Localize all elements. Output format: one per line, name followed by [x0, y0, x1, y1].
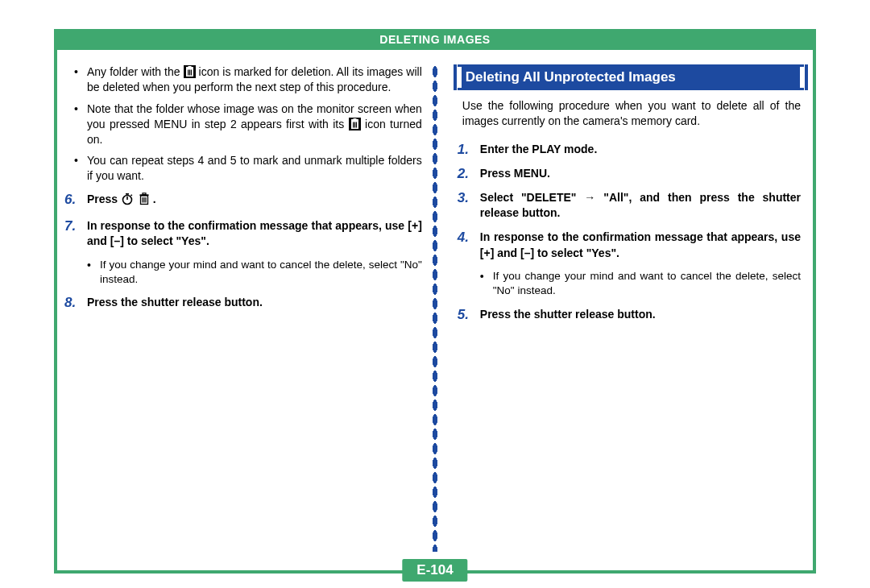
step-number: 1. [458, 142, 480, 158]
svg-rect-9 [353, 122, 354, 127]
step-item: 3. Select "DELETE" → "All", and then pre… [458, 190, 801, 222]
step-item: 5. Press the shutter release button. [458, 307, 801, 323]
svg-rect-3 [188, 70, 189, 76]
svg-rect-2 [188, 70, 188, 76]
svg-line-18 [131, 195, 132, 196]
step-text: In response to the confirmation message … [87, 218, 422, 250]
svg-rect-13 [353, 118, 356, 120]
bullet-text: Any folder with the [87, 65, 184, 78]
step-text: Press the shutter release button. [87, 295, 422, 311]
step-number: 6. [64, 192, 87, 210]
step-text: In response to the confirmation message … [480, 230, 801, 261]
trash-icon [349, 118, 361, 130]
step-number: 5. [458, 307, 480, 323]
svg-rect-10 [354, 122, 355, 127]
step-item: 6. Press . [64, 192, 422, 210]
step-text: Press the shutter release button. [480, 307, 801, 323]
page-number: E-104 [402, 559, 467, 582]
sub-bullet-list: If you change your mind and want to canc… [100, 258, 422, 287]
list-item: Note that the folder whose image was on … [87, 101, 422, 147]
step-number: 4. [458, 230, 480, 261]
svg-rect-6 [188, 66, 191, 68]
step-text: Select "DELETE" → "All", and then press … [480, 190, 801, 222]
svg-rect-11 [355, 122, 356, 127]
step-item: 4. In response to the confirmation messa… [458, 230, 801, 261]
step-text: Press MENU. [480, 166, 801, 182]
step-number: 8. [64, 295, 87, 311]
trash-icon [184, 65, 196, 78]
arrow-icon: → [584, 191, 595, 204]
list-item: If you change your mind and want to canc… [493, 269, 801, 298]
svg-rect-4 [190, 70, 191, 76]
step-item: 2. Press MENU. [458, 166, 801, 182]
step-item: 8. Press the shutter release button. [64, 295, 422, 311]
step-item: 1. Enter the PLAY mode. [458, 142, 801, 158]
svg-rect-24 [143, 193, 146, 195]
list-item: Any folder with the icon is marked for d… [87, 64, 422, 95]
section-heading: Deleting All Unprotected Images [458, 64, 804, 90]
step-number: 2. [458, 166, 480, 182]
step-item: 7. In response to the confirmation messa… [64, 218, 422, 250]
trash-icon [139, 193, 150, 210]
list-item: You can repeat steps 4 and 5 to mark and… [87, 153, 422, 184]
step-text: Press . [87, 192, 422, 210]
right-column: Deleting All Unprotected Images Use the … [443, 64, 806, 548]
timer-icon [121, 193, 134, 210]
left-column: Any folder with the icon is marked for d… [64, 64, 427, 548]
list-item: If you change your mind and want to canc… [100, 258, 422, 287]
svg-rect-16 [126, 193, 129, 195]
intro-text: Use the following procedure when you wan… [462, 98, 801, 129]
step-number: 3. [458, 190, 480, 222]
sub-bullet-list: If you change your mind and want to canc… [493, 269, 801, 298]
step-text: Enter the PLAY mode. [480, 142, 801, 158]
bullet-list: Any folder with the icon is marked for d… [87, 64, 422, 184]
step-number: 7. [64, 218, 87, 250]
